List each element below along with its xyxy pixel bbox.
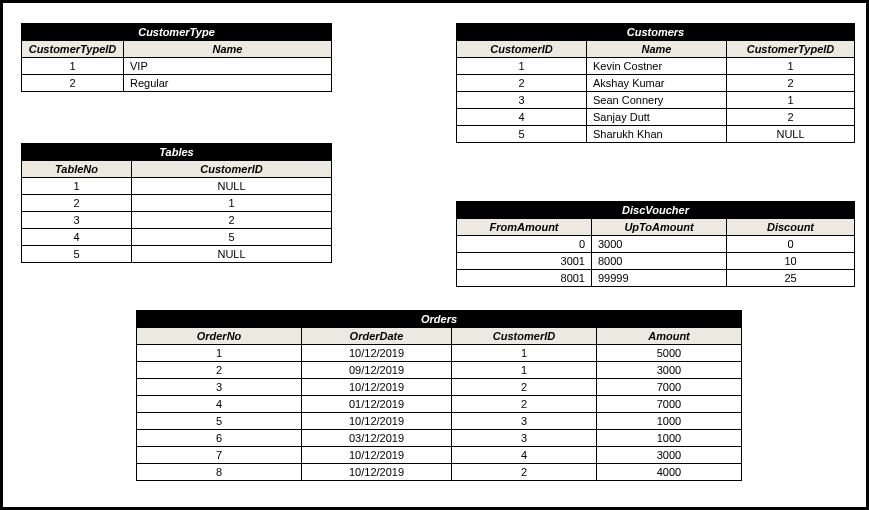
table-row: 8001 99999 25 xyxy=(457,270,855,287)
orders-col-cust: CustomerID xyxy=(452,328,597,345)
table-row: 2 1 xyxy=(22,195,332,212)
discvoucher-title: DiscVoucher xyxy=(457,202,855,219)
cell: Sharukh Khan xyxy=(587,126,727,143)
table-row: 4 5 xyxy=(22,229,332,246)
table-row: 1 Kevin Costner 1 xyxy=(457,58,855,75)
cell: 10/12/2019 xyxy=(302,345,452,362)
table-row: 6 03/12/2019 3 1000 xyxy=(137,430,742,447)
cell: 3 xyxy=(137,379,302,396)
orders-col-date: OrderDate xyxy=(302,328,452,345)
table-row: 3 2 xyxy=(22,212,332,229)
cell: Regular xyxy=(124,75,332,92)
table-row: 4 01/12/2019 2 7000 xyxy=(137,396,742,413)
cell: 3001 xyxy=(457,253,592,270)
cell: 5 xyxy=(137,413,302,430)
cell: 5 xyxy=(457,126,587,143)
table-row: 3 10/12/2019 2 7000 xyxy=(137,379,742,396)
disc-col-disc: Discount xyxy=(727,219,855,236)
cell: 1 xyxy=(457,58,587,75)
customers-col-id: CustomerID xyxy=(457,41,587,58)
cell: 4 xyxy=(22,229,132,246)
cell: 10/12/2019 xyxy=(302,379,452,396)
table-row: 7 10/12/2019 4 3000 xyxy=(137,447,742,464)
cell: 7000 xyxy=(597,396,742,413)
table-row: 2 Akshay Kumar 2 xyxy=(457,75,855,92)
cell: 5 xyxy=(132,229,332,246)
cell: 1 xyxy=(452,362,597,379)
cell: 1 xyxy=(727,58,855,75)
cell: 2 xyxy=(452,396,597,413)
customertype-title: CustomerType xyxy=(22,24,332,41)
customertype-table: CustomerType CustomerTypeID Name 1 VIP 2… xyxy=(21,23,332,92)
cell: 09/12/2019 xyxy=(302,362,452,379)
cell: 1 xyxy=(22,58,124,75)
cell: 3000 xyxy=(597,447,742,464)
cell: 3 xyxy=(22,212,132,229)
table-row: 1 10/12/2019 1 5000 xyxy=(137,345,742,362)
cell: NULL xyxy=(727,126,855,143)
cell: 3 xyxy=(457,92,587,109)
orders-table: Orders OrderNo OrderDate CustomerID Amou… xyxy=(136,310,742,481)
cell: Kevin Costner xyxy=(587,58,727,75)
disc-col-upto: UpToAmount xyxy=(592,219,727,236)
table-row: 5 NULL xyxy=(22,246,332,263)
cell: 3 xyxy=(452,430,597,447)
cell: 10/12/2019 xyxy=(302,413,452,430)
cell: 01/12/2019 xyxy=(302,396,452,413)
cell: 1000 xyxy=(597,413,742,430)
orders-col-no: OrderNo xyxy=(137,328,302,345)
cell: 10/12/2019 xyxy=(302,464,452,481)
table-row: 8 10/12/2019 2 4000 xyxy=(137,464,742,481)
table-row: 1 NULL xyxy=(22,178,332,195)
cell: 0 xyxy=(727,236,855,253)
customers-title: Customers xyxy=(457,24,855,41)
cell: 1 xyxy=(132,195,332,212)
tables-table: Tables TableNo CustomerID 1 NULL 2 1 3 2… xyxy=(21,143,332,263)
cell: 3 xyxy=(452,413,597,430)
cell: VIP xyxy=(124,58,332,75)
cell: 3000 xyxy=(597,362,742,379)
tables-col-cust: CustomerID xyxy=(132,161,332,178)
cell: 7 xyxy=(137,447,302,464)
table-row: 2 09/12/2019 1 3000 xyxy=(137,362,742,379)
cell: 1000 xyxy=(597,430,742,447)
cell: 8 xyxy=(137,464,302,481)
diagram-page: CustomerType CustomerTypeID Name 1 VIP 2… xyxy=(0,0,869,510)
cell: 99999 xyxy=(592,270,727,287)
cell: 2 xyxy=(452,379,597,396)
cell: Sanjay Dutt xyxy=(587,109,727,126)
discvoucher-table: DiscVoucher FromAmount UpToAmount Discou… xyxy=(456,201,855,287)
cell: 7000 xyxy=(597,379,742,396)
cell: 3000 xyxy=(592,236,727,253)
cell: NULL xyxy=(132,178,332,195)
table-row: 3 Sean Connery 1 xyxy=(457,92,855,109)
disc-col-from: FromAmount xyxy=(457,219,592,236)
cell: 4 xyxy=(137,396,302,413)
cell: 2 xyxy=(727,75,855,92)
cell: 1 xyxy=(22,178,132,195)
cell: 2 xyxy=(457,75,587,92)
cell: 2 xyxy=(132,212,332,229)
tables-col-no: TableNo xyxy=(22,161,132,178)
customertype-col-id: CustomerTypeID xyxy=(22,41,124,58)
cell: 2 xyxy=(22,195,132,212)
cell: 4 xyxy=(457,109,587,126)
table-row: 0 3000 0 xyxy=(457,236,855,253)
customertype-col-name: Name xyxy=(124,41,332,58)
table-row: 1 VIP xyxy=(22,58,332,75)
cell: 8001 xyxy=(457,270,592,287)
cell: 1 xyxy=(727,92,855,109)
cell: 2 xyxy=(137,362,302,379)
table-row: 5 Sharukh Khan NULL xyxy=(457,126,855,143)
cell: 25 xyxy=(727,270,855,287)
table-row: 3001 8000 10 xyxy=(457,253,855,270)
cell: NULL xyxy=(132,246,332,263)
cell: 2 xyxy=(22,75,124,92)
cell: 1 xyxy=(452,345,597,362)
cell: 2 xyxy=(727,109,855,126)
cell: 5000 xyxy=(597,345,742,362)
cell: 0 xyxy=(457,236,592,253)
cell: Sean Connery xyxy=(587,92,727,109)
cell: 5 xyxy=(22,246,132,263)
cell: 10 xyxy=(727,253,855,270)
